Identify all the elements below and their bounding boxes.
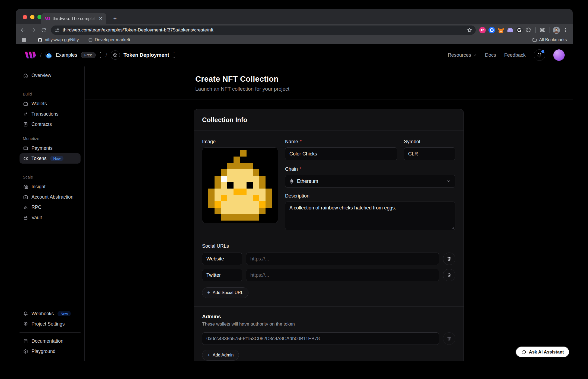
ask-ai-assistant-button[interactable]: Ask AI Assistant [516,346,570,358]
sidebar-item-playground[interactable]: Playground [20,346,81,356]
url-bar[interactable]: thirdweb.com/team/examples/Token-Deploym… [51,26,476,35]
sidebar-item-label: Tokens [31,156,46,161]
bookmark-niftyswap[interactable]: niftyswap.gg/Nifty... [35,37,84,43]
divider [20,332,81,333]
sidebar-item-tokens[interactable]: Tokens New [20,153,81,164]
github-icon [37,37,43,43]
sidebar-item-label: Documentation [31,338,63,344]
bookmark-label: Developer marketi... [95,37,134,42]
team-avatar [45,52,52,59]
extension-phantom-icon[interactable] [506,26,514,34]
minimize-window-button[interactable] [30,15,34,19]
apps-grid-icon[interactable] [20,37,28,43]
breadcrumb-slash: / [106,51,107,59]
tab-title: thirdweb: The complete web3 [53,16,95,21]
sidebar-item-vault[interactable]: Vault [20,212,81,223]
extensions-puzzle-icon[interactable] [525,26,533,34]
notifications-button[interactable] [534,49,545,61]
sidebar-item-transactions[interactable]: Transactions [20,109,81,119]
delete-admin-button[interactable] [443,332,455,345]
close-window-button[interactable] [23,15,27,19]
ask-ai-assistant-label: Ask AI Assistant [529,349,564,355]
delete-social-row-button[interactable] [443,253,455,265]
sidebar-item-label: Payments [31,145,53,151]
divider [20,130,81,131]
bookmark-developer-marketing[interactable]: Developer marketi... [86,37,136,43]
reload-icon[interactable] [39,26,48,35]
social-platform-input[interactable] [202,253,242,265]
feedback-link[interactable]: Feedback [504,52,526,58]
collection-image-upload[interactable] [202,147,278,223]
sidebar-item-overview[interactable]: Overview [20,70,81,81]
sidebar-item-label: Wallets [31,101,47,107]
social-url-input[interactable] [246,253,439,265]
thirdweb-favicon [45,17,50,21]
sidebar-item-account-abstraction[interactable]: Account Abstraction [20,192,81,202]
sidebar-item-project-settings[interactable]: Project Settings [20,319,81,329]
main-content: Create NFT Collection Launch an NFT coll… [85,66,573,361]
new-tab-button[interactable]: + [111,15,119,22]
extension-blue-wallet-icon[interactable] [488,26,496,34]
sidebar-item-wallets[interactable]: Wallets [20,98,81,109]
sidebar-item-label: Contracts [31,122,52,127]
forward-icon[interactable] [29,26,38,35]
symbol-input[interactable] [404,147,455,160]
app-header: / Examples Free ⌃⌃ / Token Deployment ⌃⌃… [16,44,573,66]
delete-social-row-button[interactable] [443,269,455,281]
folder-icon [532,37,537,42]
trash-icon [447,336,452,341]
browser-tab[interactable]: thirdweb: The complete web3 ✕ [41,13,106,24]
url-text[interactable]: thirdweb.com/team/examples/Token-Deploym… [63,27,464,33]
resources-menu[interactable]: Resources [448,52,477,58]
window-controls [23,15,42,19]
social-url-input[interactable] [246,269,439,281]
chevron-down-icon [446,179,451,183]
sidebar-item-documentation[interactable]: Documentation [20,336,81,346]
description-textarea[interactable]: A collection of rainbow chicks hatched f… [285,202,455,230]
sidebar-item-payments[interactable]: Payments [20,143,81,153]
chevron-down-icon [473,53,477,57]
browser-profile-avatar[interactable] [552,26,560,34]
social-row-twitter [202,269,455,281]
team-selector[interactable]: Examples [56,52,77,58]
browser-menu-kebab-icon[interactable] [561,26,570,34]
thirdweb-logo[interactable] [24,51,36,59]
bookmark-star-icon[interactable] [467,27,472,33]
user-avatar[interactable] [553,49,565,61]
description-label: Description [285,193,309,199]
required-asterisk: * [299,166,301,172]
docs-link[interactable]: Docs [485,52,496,58]
project-switcher-icon[interactable]: ⌃⌃ [173,53,175,58]
add-social-url-button[interactable]: + Add Social URL [202,287,248,298]
sidebar-item-webhooks[interactable]: Webhooks New [20,308,81,319]
project-selector[interactable]: Token Deployment [123,52,169,58]
account-wallet-icon [23,194,28,200]
admin-address-input[interactable] [202,332,439,345]
contract-file-icon [23,122,28,127]
sidebar-item-contracts[interactable]: Contracts [20,119,81,129]
sidebar-item-insight[interactable]: Insight [20,181,81,192]
add-admin-button[interactable]: + Add Admin [202,350,239,361]
extension-metamask-icon[interactable] [497,26,505,34]
add-admin-label: Add Admin [213,353,234,358]
tab-close-icon[interactable]: ✕ [98,16,104,22]
back-icon[interactable] [18,26,28,35]
team-switcher-icon[interactable]: ⌃⌃ [99,53,102,58]
chain-select[interactable]: Ethereum [285,175,455,188]
social-platform-input[interactable] [202,269,242,281]
extension-pink-icon[interactable] [478,26,487,34]
sidebar-item-label: Overview [31,73,51,78]
trash-icon [447,256,452,261]
divider [20,84,81,84]
admin-row [202,332,455,345]
all-bookmarks-button[interactable]: All Bookmarks [530,37,569,43]
social-row-website [202,253,455,265]
extension-c-icon[interactable] [515,26,523,34]
sidebar-item-rpc[interactable]: RPC [20,202,81,212]
toolbar-divider [535,27,536,33]
resize-handle[interactable] [451,227,454,230]
site-settings-icon[interactable] [55,28,60,33]
side-panel-icon[interactable] [538,26,547,34]
name-input[interactable] [285,147,397,160]
bell-icon [537,52,542,58]
